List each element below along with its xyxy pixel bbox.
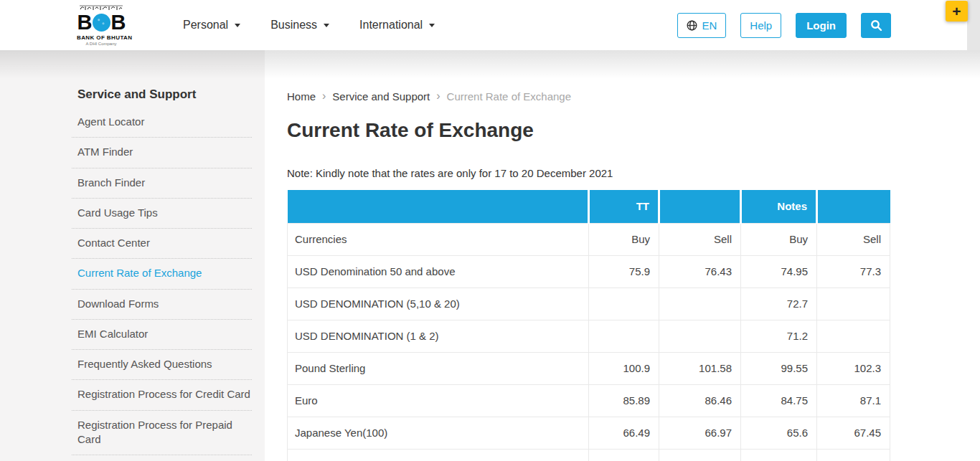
sidebar-service-and-support: Service and Support Agent Locator ATM Fi… — [0, 50, 265, 461]
currency-name: Swiss Franc — [288, 449, 589, 461]
rate-row-usd-1-2: USD DENOMINATION (1 & 2) 71.2 — [288, 320, 890, 352]
currency-name: Japanese Yen(100) — [288, 417, 589, 449]
notes-buy-value: 65.6 — [741, 417, 817, 449]
sidebar-title: Service and Support — [77, 87, 250, 102]
accessibility-plus-button[interactable]: + — [946, 1, 968, 22]
notes-sell-value: 67.45 — [817, 417, 890, 449]
currency-name: USD DENOMINATION (1 & 2) — [288, 320, 589, 352]
tt-buy-value: 85.89 — [589, 384, 659, 417]
sidebar-item-emi-calculator[interactable]: EMI Calculator — [72, 320, 252, 350]
nav-item-international[interactable]: International — [357, 14, 438, 36]
notes-sell-value: 87.1 — [817, 384, 890, 417]
tt-sell-value: 101.58 — [659, 352, 741, 384]
sidebar-item-current-rate-of-exchange[interactable]: Current Rate of Exchange — [72, 259, 252, 289]
subheader-currencies: Currencies — [288, 223, 589, 255]
navbar-actions: EN Help Login — [677, 13, 891, 38]
subheader-notes-sell: Sell — [817, 223, 890, 255]
header-group-notes-sell — [817, 190, 890, 223]
rate-row-pound-sterling: Pound Sterling 100.9 101.58 99.55 102.3 — [288, 352, 890, 384]
tt-sell-value: 66.97 — [659, 417, 741, 449]
notes-sell-value — [817, 320, 890, 352]
top-navbar: BB BANK OF BHUTAN A DHI Company Personal… — [0, 0, 967, 50]
main-content: Home › Service and Support › Current Rat… — [265, 50, 980, 461]
tt-buy-value — [589, 287, 659, 320]
table-subheader-row: Currencies Buy Sell Buy Sell — [288, 223, 890, 255]
sidebar-menu: Agent Locator ATM Finder Branch Finder C… — [72, 108, 252, 455]
main-navigation: Personal Business International — [180, 14, 438, 36]
sidebar-item-registration-credit-card[interactable]: Registration Process for Credit Card — [72, 380, 252, 410]
notes-buy-value: 81.05 — [741, 449, 817, 461]
bank-of-bhutan-logo[interactable]: BB BANK OF BHUTAN A DHI Company — [77, 5, 126, 46]
sidebar-item-faq[interactable]: Frequently Asked Questions — [72, 350, 252, 380]
breadcrumb-service-and-support[interactable]: Service and Support — [332, 90, 430, 103]
rate-row-swiss-franc: Swiss Franc 82.13 82.73 81.05 83.35 — [288, 449, 890, 461]
sidebar-item-agent-locator[interactable]: Agent Locator — [72, 108, 252, 138]
tt-buy-value — [589, 320, 659, 352]
breadcrumb-current-page: Current Rate of Exchange — [447, 90, 571, 103]
language-button[interactable]: EN — [677, 13, 726, 38]
notes-sell-value — [817, 287, 890, 320]
logo-globe-circle-icon — [93, 14, 110, 32]
sidebar-item-atm-finder[interactable]: ATM Finder — [72, 138, 252, 168]
breadcrumb: Home › Service and Support › Current Rat… — [287, 90, 980, 103]
rate-row-euro: Euro 85.89 86.46 84.75 87.1 — [288, 384, 890, 417]
subheader-tt-sell: Sell — [659, 223, 741, 255]
breadcrumb-separator: › — [436, 90, 440, 103]
header-group-currencies — [288, 190, 589, 223]
tt-sell-value: 86.46 — [659, 384, 741, 417]
sidebar-item-contact-center[interactable]: Contact Center — [72, 229, 252, 259]
notes-buy-value: 74.95 — [741, 255, 817, 287]
breadcrumb-separator: › — [322, 90, 326, 103]
sidebar-item-registration-prepaid-card[interactable]: Registration Process for Prepaid Card — [72, 411, 252, 456]
tt-buy-value: 75.9 — [589, 255, 659, 287]
sidebar-item-branch-finder[interactable]: Branch Finder — [72, 168, 252, 199]
login-button[interactable]: Login — [796, 13, 847, 38]
nav-item-business[interactable]: Business — [268, 14, 332, 36]
tt-buy-value: 66.49 — [589, 417, 659, 449]
tt-sell-value: 82.73 — [659, 449, 741, 461]
sidebar-item-card-usage-tips[interactable]: Card Usage Tips — [72, 199, 252, 229]
search-button[interactable] — [861, 13, 891, 38]
notes-buy-value: 71.2 — [741, 320, 817, 352]
help-button[interactable]: Help — [740, 13, 781, 38]
chevron-down-icon — [324, 24, 329, 27]
rate-row-japanese-yen: Japanese Yen(100) 66.49 66.97 65.6 67.45 — [288, 417, 890, 449]
exchange-rates-table: TT Notes Currencies Buy Sell Buy Sell US… — [287, 190, 890, 461]
notes-sell-value: 102.3 — [817, 352, 890, 384]
sidebar-item-download-forms[interactable]: Download Forms — [72, 290, 252, 320]
currency-name: Euro — [288, 384, 589, 417]
page-title: Current Rate of Exchange — [287, 119, 980, 142]
table-header-group-row: TT Notes — [288, 190, 890, 223]
chevron-down-icon — [429, 24, 435, 27]
rates-validity-note: Note: Kindly note that the rates are onl… — [287, 167, 980, 179]
nav-item-personal[interactable]: Personal — [180, 14, 243, 36]
header-group-tt-sell — [659, 190, 741, 223]
rate-row-usd-50-above: USD Denomination 50 and above 75.9 76.43… — [288, 255, 890, 287]
logo-letter-b1: B — [77, 12, 92, 33]
globe-icon — [687, 20, 697, 31]
notes-buy-value: 99.55 — [741, 352, 817, 384]
tt-sell-value — [659, 287, 741, 320]
header-group-notes: Notes — [741, 190, 817, 223]
subheader-tt-buy: Buy — [589, 223, 659, 255]
scrollbar-gutter — [967, 0, 980, 50]
rate-row-usd-5-10-20: USD DENOMINATION (5,10 & 20) 72.7 — [288, 287, 890, 320]
header-group-tt: TT — [589, 190, 659, 223]
language-label: EN — [702, 19, 717, 32]
tt-buy-value: 82.13 — [589, 449, 659, 461]
logo-letter-b2: B — [111, 12, 126, 33]
subheader-notes-buy: Buy — [741, 223, 817, 255]
search-icon — [870, 19, 882, 32]
currency-name: USD DENOMINATION (5,10 & 20) — [288, 287, 589, 320]
notes-sell-value: 77.3 — [817, 255, 890, 287]
notes-buy-value: 84.75 — [741, 384, 817, 417]
logo-tagline: A DHI Company — [77, 42, 126, 46]
notes-buy-value: 72.7 — [741, 287, 817, 320]
logo-bob: BB — [77, 12, 126, 33]
tt-buy-value: 100.9 — [589, 352, 659, 384]
currency-name: Pound Sterling — [288, 352, 589, 384]
currency-name: USD Denomination 50 and above — [288, 255, 589, 287]
logo-bank-name: BANK OF BHUTAN — [77, 34, 126, 41]
breadcrumb-home[interactable]: Home — [287, 90, 316, 103]
tt-sell-value — [659, 320, 741, 352]
